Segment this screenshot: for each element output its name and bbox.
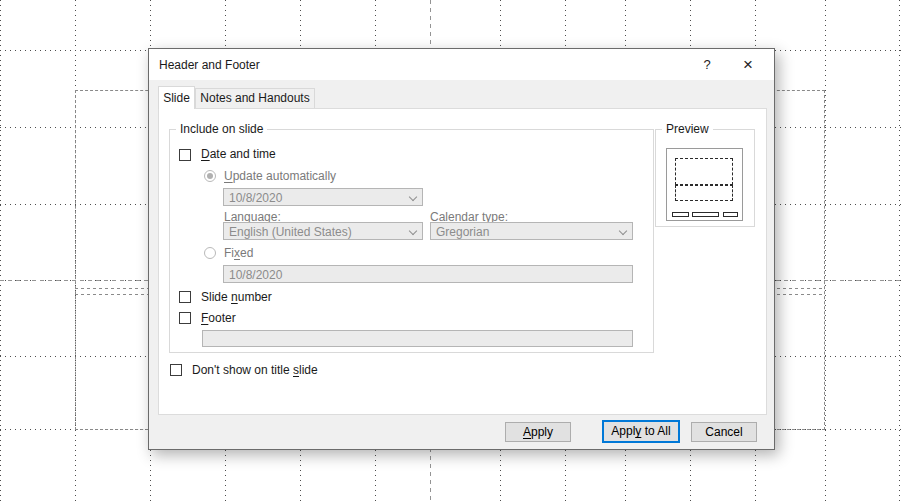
tab-notes-and-handouts[interactable]: Notes and Handouts bbox=[195, 88, 315, 108]
preview-number-placeholder bbox=[723, 212, 738, 217]
footer-checkbox[interactable] bbox=[179, 312, 191, 324]
fixed-label: Fixed bbox=[224, 246, 253, 260]
preview-legend: Preview bbox=[662, 122, 713, 136]
preview-body-placeholder bbox=[675, 185, 733, 201]
dont-show-on-title-slide-label[interactable]: Don't show on title slide bbox=[192, 363, 318, 377]
close-button[interactable]: × bbox=[730, 49, 766, 80]
dialog-title: Header and Footer bbox=[159, 58, 260, 72]
calendar-type-combobox: Gregorian bbox=[430, 222, 633, 240]
slide-tab-panel: Include on slide Date and time Update au… bbox=[158, 108, 767, 415]
cancel-button[interactable]: Cancel bbox=[691, 422, 757, 442]
language-value: English (United States) bbox=[229, 225, 352, 239]
apply-to-all-button[interactable]: Apply to All bbox=[602, 420, 680, 443]
update-date-combobox: 10/8/2020 bbox=[223, 188, 423, 206]
slide-canvas: Header and Footer ? × Slide Notes and Ha… bbox=[0, 0, 901, 504]
date-and-time-checkbox[interactable] bbox=[179, 149, 191, 161]
include-on-slide-group: Include on slide Date and time Update au… bbox=[169, 129, 654, 353]
help-button[interactable]: ? bbox=[690, 49, 724, 80]
header-footer-dialog: Header and Footer ? × Slide Notes and Ha… bbox=[148, 48, 775, 450]
preview-date-placeholder bbox=[672, 212, 689, 217]
chevron-down-icon bbox=[409, 227, 417, 235]
radio-dot bbox=[207, 173, 213, 179]
fixed-date-input: 10/8/2020 bbox=[223, 265, 633, 283]
language-combobox: English (United States) bbox=[223, 222, 423, 240]
chevron-down-icon bbox=[409, 193, 417, 201]
update-automatically-radio bbox=[204, 170, 216, 182]
include-on-slide-legend: Include on slide bbox=[176, 122, 267, 136]
preview-title-placeholder bbox=[675, 158, 733, 185]
chevron-down-icon bbox=[619, 227, 627, 235]
date-and-time-label[interactable]: Date and time bbox=[201, 147, 276, 161]
preview-slide-thumbnail bbox=[666, 148, 743, 221]
apply-button[interactable]: Apply bbox=[505, 422, 571, 442]
slide-number-checkbox[interactable] bbox=[179, 291, 191, 303]
slide-number-label[interactable]: Slide number bbox=[201, 290, 272, 304]
update-automatically-label: Update automatically bbox=[224, 169, 336, 183]
footer-label[interactable]: Footer bbox=[201, 311, 236, 325]
preview-group: Preview bbox=[655, 129, 755, 227]
tab-slide[interactable]: Slide bbox=[158, 86, 195, 109]
dialog-titlebar: Header and Footer ? × bbox=[149, 49, 774, 80]
fixed-date-value: 10/8/2020 bbox=[229, 268, 282, 282]
update-date-value: 10/8/2020 bbox=[229, 191, 282, 205]
preview-footer-placeholder bbox=[692, 212, 719, 217]
fixed-radio bbox=[204, 247, 216, 259]
dont-show-on-title-slide-checkbox[interactable] bbox=[170, 364, 182, 376]
calendar-type-value: Gregorian bbox=[436, 225, 489, 239]
footer-text-input bbox=[202, 330, 633, 347]
